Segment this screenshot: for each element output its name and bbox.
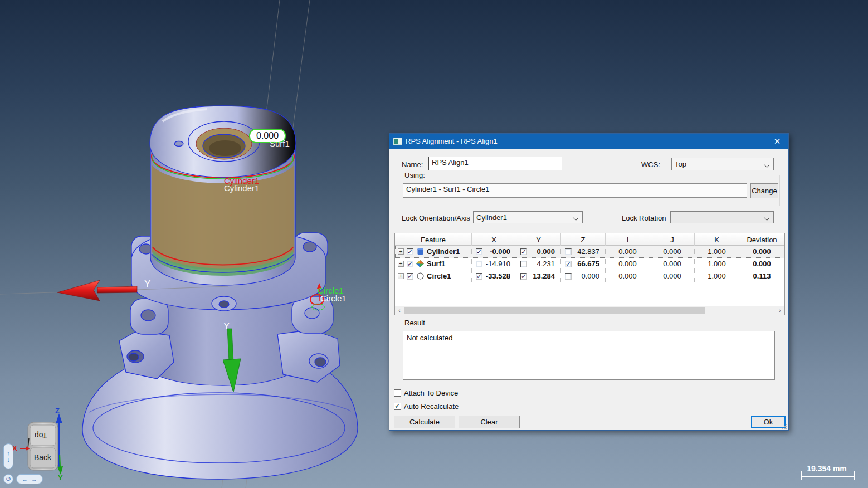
window-icon xyxy=(393,138,402,145)
chevron-down-icon xyxy=(764,162,769,167)
rps-alignment-dialog: RPS Alignment - RPS Align1 ✕ Name: RPS A… xyxy=(389,133,789,431)
y-checkbox[interactable] xyxy=(520,273,527,280)
scale-bar-text: 19.354 mm xyxy=(798,464,856,473)
viewport-3d[interactable]: 0.000 Surf1 Cylinder1 Cylinder1 Circle1 … xyxy=(0,0,868,488)
feature-name: Surf1 xyxy=(427,260,445,268)
cylinder-icon xyxy=(416,248,424,256)
clear-button[interactable]: Clear xyxy=(459,416,520,428)
row-checkbox[interactable] xyxy=(407,273,413,280)
y-checkbox[interactable] xyxy=(520,248,527,255)
scrollbar-thumb[interactable] xyxy=(404,307,705,314)
scroll-left-arrow[interactable]: ‹ xyxy=(395,306,404,315)
y-axis-marker-1: Y xyxy=(144,280,150,288)
arrow-up-icon[interactable]: ↑ xyxy=(7,450,10,456)
change-button[interactable]: Change xyxy=(750,183,778,198)
chevron-down-icon xyxy=(573,214,578,219)
expand-icon[interactable]: + xyxy=(398,248,404,255)
z-checkbox[interactable] xyxy=(565,273,572,280)
wcs-label: WCS: xyxy=(641,160,660,169)
using-field: Cylinder1 - Surf1 - Circle1 xyxy=(403,183,747,198)
y-axis-label: Y xyxy=(58,474,63,482)
cylinder1-label-white: Cylinder1 xyxy=(224,184,259,192)
ok-button[interactable]: Ok xyxy=(751,416,786,428)
z-axis-label: Z xyxy=(55,407,60,415)
dialog-titlebar[interactable]: RPS Alignment - RPS Align1 ✕ xyxy=(389,134,788,149)
deviation-value: 0.000 xyxy=(753,247,771,256)
using-label: Using: xyxy=(402,171,427,179)
calculate-button[interactable]: Calculate xyxy=(394,416,455,428)
arrow-down-icon[interactable]: ↓ xyxy=(7,456,10,463)
name-input[interactable]: RPS Align1 xyxy=(428,157,562,170)
feature-table: Feature X Y Z I J K Deviation + xyxy=(394,233,785,315)
z-checkbox[interactable] xyxy=(565,261,572,267)
lock-rotation-dropdown[interactable] xyxy=(670,211,774,223)
arrow-left-icon[interactable]: ← xyxy=(22,476,28,482)
scale-bar-line xyxy=(801,476,855,477)
auto-recalculate-label: Auto Recalculate xyxy=(404,402,459,411)
y-checkbox[interactable] xyxy=(520,261,527,267)
circle-icon xyxy=(416,272,424,280)
surf1-label: Surf1 xyxy=(270,139,290,148)
name-label: Name: xyxy=(402,160,423,169)
row-checkbox[interactable] xyxy=(407,261,413,267)
table-header: Feature X Y Z I J K Deviation xyxy=(395,233,784,246)
lock-orientation-label: Lock Orientation/Axis xyxy=(402,214,470,222)
rotate-icon: ↺ xyxy=(6,475,11,483)
circle1-label-white: Circle1 xyxy=(320,294,347,302)
navcube-back-face[interactable]: Back xyxy=(34,453,51,462)
resize-grip[interactable] xyxy=(782,424,787,430)
z-checkbox[interactable] xyxy=(565,248,572,255)
table-row-circle1[interactable]: + Circle1 -33.528 13.284 0.000 0.000 0.0… xyxy=(395,270,784,282)
row-checkbox[interactable] xyxy=(407,248,413,255)
table-row-surf1[interactable]: + Surf1 -14.910 4.231 66.675 0.000 0.000… xyxy=(395,258,784,270)
navcube-top-face[interactable]: Top xyxy=(35,431,47,440)
chevron-down-icon xyxy=(764,214,769,219)
attach-to-device-checkbox[interactable] xyxy=(394,389,401,397)
using-groupbox: Using: Cylinder1 - Surf1 - Circle1 Chang… xyxy=(398,175,780,206)
expand-icon[interactable]: + xyxy=(398,261,404,267)
lock-rotation-label: Lock Rotation xyxy=(622,214,666,222)
arrow-right-icon[interactable]: → xyxy=(31,476,37,482)
deviation-value: 0.113 xyxy=(753,272,771,280)
pan-horizontal-control[interactable]: ← → xyxy=(16,474,43,484)
wcs-dropdown[interactable]: Top xyxy=(671,158,774,170)
result-area: Not calculated xyxy=(403,331,775,380)
x-checkbox[interactable] xyxy=(476,248,482,255)
x-checkbox[interactable] xyxy=(476,261,482,267)
result-groupbox: Result Not calculated xyxy=(398,323,779,383)
auto-recalculate-option[interactable]: Auto Recalculate xyxy=(394,402,459,411)
table-row-cylinder1[interactable]: + Cylinder1 -0.000 0.000 42.837 0.000 0.… xyxy=(395,246,784,258)
table-hscrollbar[interactable]: ‹ › xyxy=(395,306,784,315)
scroll-right-arrow[interactable]: › xyxy=(776,306,784,315)
close-button[interactable]: ✕ xyxy=(766,134,788,149)
attach-to-device-label: Attach To Device xyxy=(404,389,458,397)
pan-vertical-control[interactable]: ↑ ↓ xyxy=(3,443,13,469)
feature-name: Cylinder1 xyxy=(427,247,460,256)
surface-icon xyxy=(416,260,424,268)
result-label: Result xyxy=(402,319,427,327)
auto-recalculate-checkbox[interactable] xyxy=(394,403,401,410)
x-checkbox[interactable] xyxy=(476,273,482,280)
rotate-control[interactable]: ↺ xyxy=(3,474,13,484)
lock-orientation-dropdown[interactable]: Cylinder1 xyxy=(473,211,583,223)
feature-name: Circle1 xyxy=(427,272,451,280)
deviation-value: 0.000 xyxy=(753,260,771,268)
y-axis-marker-2: Y xyxy=(223,322,230,330)
expand-icon[interactable]: + xyxy=(398,273,404,279)
dialog-title: RPS Alignment - RPS Align1 xyxy=(406,137,498,145)
attach-to-device-option[interactable]: Attach To Device xyxy=(394,389,458,397)
